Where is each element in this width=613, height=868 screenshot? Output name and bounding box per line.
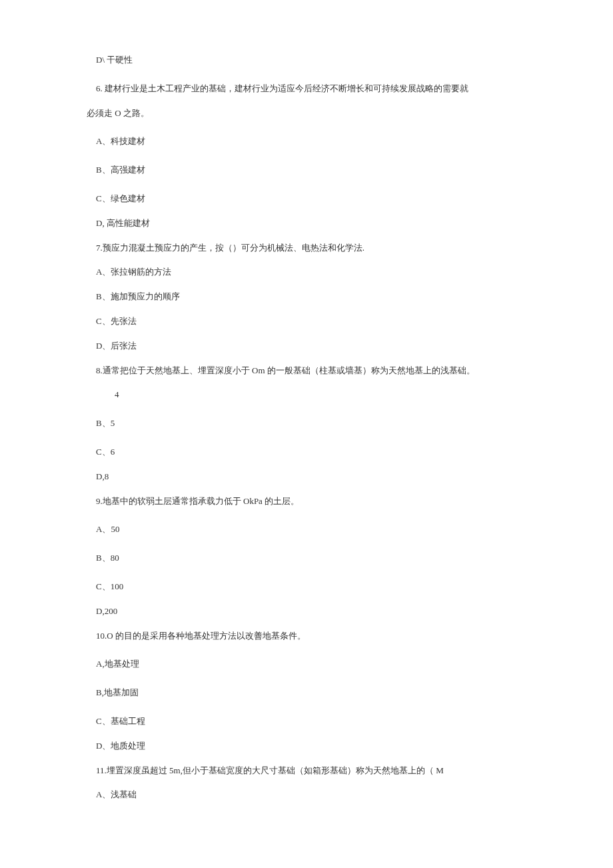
text-line: D, 高性能建材: [87, 217, 526, 231]
text-line: 9.地基中的软弱土层通常指承载力低于 OkPa 的土层。: [87, 495, 526, 509]
text-line: B,地基加固: [87, 686, 526, 700]
text-line: D\ 干硬性: [87, 53, 526, 67]
text-line: 10.O 的目的是采用各种地基处理方法以改善地基条件。: [87, 629, 526, 643]
text-line: B、80: [87, 551, 526, 565]
text-line: A、科技建材: [87, 135, 526, 149]
text-line: B、施加预应力的顺序: [87, 290, 526, 304]
text-line: 6. 建材行业是土木工程产业的基础，建材行业为适应今后经济不断增长和可持续发展战…: [87, 82, 526, 96]
text-line: 11.埋置深度虽超过 5m,但小于基础宽度的大尺寸基础（如箱形基础）称为天然地基…: [87, 764, 526, 778]
text-line: D、后张法: [87, 339, 526, 353]
text-line: D,200: [87, 605, 526, 619]
text-line: A,地基处理: [87, 657, 526, 671]
text-line: C、绿色建材: [87, 192, 526, 206]
text-line: 4: [87, 388, 526, 402]
text-line: A、张拉钢筋的方法: [87, 265, 526, 279]
text-line: 8.通常把位于天然地基上、埋置深度小于 Om 的一般基础（柱基或墙基）称为天然地…: [87, 364, 526, 378]
text-line: C、基础工程: [87, 715, 526, 729]
text-line: A、50: [87, 523, 526, 537]
text-line: D、地质处理: [87, 739, 526, 753]
text-line: D,8: [87, 470, 526, 484]
text-line: 7.预应力混凝土预应力的产生，按（）可分为机械法、电热法和化学法.: [87, 241, 526, 255]
text-line: B、高强建材: [87, 163, 526, 177]
document-body: D\ 干硬性6. 建材行业是土木工程产业的基础，建材行业为适应今后经济不断增长和…: [87, 53, 526, 802]
text-line: B、5: [87, 417, 526, 431]
text-line: A、浅基础: [87, 788, 526, 802]
text-line: C、100: [87, 580, 526, 594]
text-line: 必须走 O 之路。: [87, 107, 526, 121]
text-line: C、6: [87, 445, 526, 459]
text-line: C、先张法: [87, 315, 526, 329]
